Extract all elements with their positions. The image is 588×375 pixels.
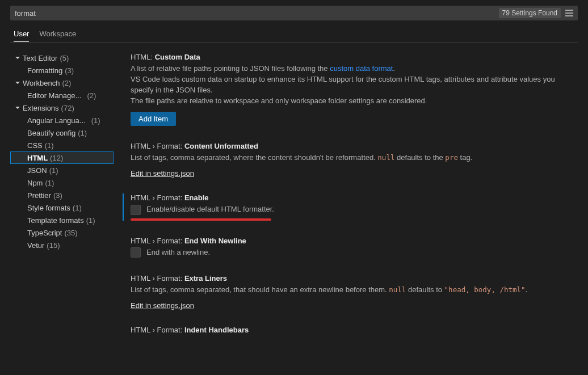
tree-count: (1)	[91, 116, 100, 125]
tab-workspace[interactable]: Workspace	[39, 26, 76, 42]
tree-item[interactable]: Vetur (15)	[10, 239, 114, 251]
tree-label: Beautify config	[27, 129, 75, 137]
setting-name: Content Unformatted	[184, 142, 258, 150]
setting-section: HTML › Format:	[131, 193, 182, 202]
tree-label: Editor Manage...	[27, 91, 81, 100]
setting-name: Enable	[184, 193, 209, 202]
scope-tabs: User Workspace	[10, 26, 578, 43]
desc-text: A list of relative file paths pointing t…	[131, 64, 330, 73]
tree-count: (2)	[62, 79, 72, 87]
desc-text: The file paths are relative to workspace…	[131, 96, 427, 105]
setting-name: End With Newline	[184, 237, 246, 245]
code-literal: "head, body, /html"	[444, 285, 526, 294]
tree-count: (1)	[86, 216, 95, 225]
chevron-down-icon	[14, 79, 22, 87]
end-with-newline-checkbox[interactable]	[131, 247, 141, 258]
desc-text: List of tags, comma separated, where the…	[131, 153, 377, 162]
tree-count: (15)	[47, 241, 60, 250]
tree-label: Workbench	[23, 79, 60, 87]
edit-in-settings-json-link[interactable]: Edit in settings.json	[131, 301, 194, 310]
tree-label: TypeScript	[27, 229, 62, 237]
tree-count: (1)	[49, 166, 58, 175]
tree-label: Extensions	[23, 104, 59, 112]
custom-data-format-link[interactable]: custom data format	[330, 64, 393, 73]
chevron-down-icon	[14, 54, 22, 62]
search-bar: 79 Settings Found	[10, 6, 578, 20]
setting-section: HTML › Format:	[131, 237, 182, 245]
tree-editor-management[interactable]: Editor Manage... (2)	[10, 89, 114, 102]
tree-formatting[interactable]: Formatting (3)	[10, 64, 114, 77]
tree-count: (3)	[53, 191, 62, 200]
chevron-down-icon	[14, 104, 22, 112]
setting-title: HTML › Format: Enable	[131, 193, 578, 202]
setting-html-format-end-with-newline: HTML › Format: End With Newline End with…	[131, 237, 578, 258]
tree-label: Vetur	[27, 241, 44, 250]
tree-item[interactable]: Beautify config (1)	[10, 127, 114, 139]
tree-item[interactable]: Npm (1)	[10, 176, 114, 189]
modified-indicator	[123, 193, 124, 221]
tree-label: HTML	[27, 154, 48, 162]
tree-count: (1)	[78, 129, 87, 137]
setting-html-format-indent-handlebars: HTML › Format: Indent Handlebars	[131, 326, 578, 334]
settings-list[interactable]: HTML: Custom Data A list of relative fil…	[116, 48, 578, 366]
tree-count: (12)	[50, 154, 63, 162]
setting-description: End with a newline.	[146, 247, 210, 258]
tree-label: CSS	[27, 141, 43, 150]
tree-item[interactable]: TypeScript (35)	[10, 226, 114, 239]
setting-description: Enable/disable default HTML formatter.	[146, 204, 274, 215]
setting-name: Indent Handlebars	[184, 326, 249, 334]
setting-title: HTML › Format: Extra Liners	[131, 274, 578, 283]
tree-text-editor[interactable]: Text Editor (5)	[10, 52, 114, 64]
tree-item[interactable]: CSS (1)	[10, 139, 114, 151]
setting-name: Extra Liners	[184, 274, 227, 283]
tree-label: Text Editor	[23, 54, 57, 62]
tree-item[interactable]: Template formats (1)	[10, 214, 114, 226]
tree-item[interactable]: Prettier (3)	[10, 189, 114, 201]
setting-title: HTML: Custom Data	[131, 53, 578, 61]
desc-text: defaults to the	[394, 153, 445, 162]
search-input[interactable]	[15, 9, 499, 18]
tree-count: (72)	[61, 104, 74, 112]
tab-user[interactable]: User	[14, 26, 29, 42]
setting-html-format-extra-liners: HTML › Format: Extra Liners List of tags…	[131, 274, 578, 310]
setting-section: HTML › Format:	[131, 142, 182, 150]
setting-title: HTML › Format: End With Newline	[131, 237, 578, 245]
tree-count: (1)	[73, 204, 82, 212]
enable-checkbox[interactable]	[131, 205, 141, 215]
setting-html-format-enable: HTML › Format: Enable Enable/disable def…	[131, 193, 578, 221]
tree-workbench[interactable]: Workbench (2)	[10, 77, 114, 89]
filter-icon[interactable]	[564, 8, 574, 18]
search-result-count: 79 Settings Found	[499, 8, 561, 18]
add-item-button[interactable]: Add Item	[131, 112, 176, 126]
tree-item[interactable]: Angular Langua... (1)	[10, 114, 114, 127]
tree-count: (5)	[60, 54, 69, 62]
checkbox-row: End with a newline.	[131, 247, 578, 258]
setting-description: List of tags, comma separated, where the…	[131, 153, 578, 163]
setting-section: HTML › Format:	[131, 274, 182, 283]
tree-item-html[interactable]: HTML (12)	[10, 151, 114, 164]
tree-label: Prettier	[27, 191, 51, 200]
tree-item[interactable]: JSON (1)	[10, 164, 114, 176]
tree-count: (3)	[65, 66, 74, 75]
code-literal: pre	[445, 153, 458, 162]
annotation-underline	[131, 218, 271, 221]
desc-text: .	[393, 64, 395, 73]
setting-html-format-content-unformatted: HTML › Format: Content Unformatted List …	[131, 142, 578, 178]
desc-text: .	[526, 285, 528, 294]
code-literal: null	[377, 153, 394, 162]
desc-text: VS Code loads custom data on startup to …	[131, 75, 555, 94]
tree-item[interactable]: Style formats (1)	[10, 201, 114, 214]
tree-label: JSON	[27, 166, 47, 175]
setting-description: List of tags, comma separated, that shou…	[131, 285, 578, 296]
edit-in-settings-json-link[interactable]: Edit in settings.json	[131, 169, 194, 178]
setting-section: HTML:	[131, 53, 153, 61]
tree-count: (1)	[45, 179, 54, 187]
setting-name: Custom Data	[155, 53, 200, 61]
tree-label: Formatting	[27, 66, 62, 75]
desc-text: List of tags, comma separated, that shou…	[131, 285, 389, 294]
tree-label: Angular Langua...	[27, 116, 86, 125]
tree-extensions[interactable]: Extensions (72)	[10, 102, 114, 114]
setting-title: HTML › Format: Content Unformatted	[131, 142, 578, 150]
setting-description: A list of relative file paths pointing t…	[131, 64, 578, 106]
settings-body: Text Editor (5) Formatting (3) Workbench…	[10, 48, 578, 366]
